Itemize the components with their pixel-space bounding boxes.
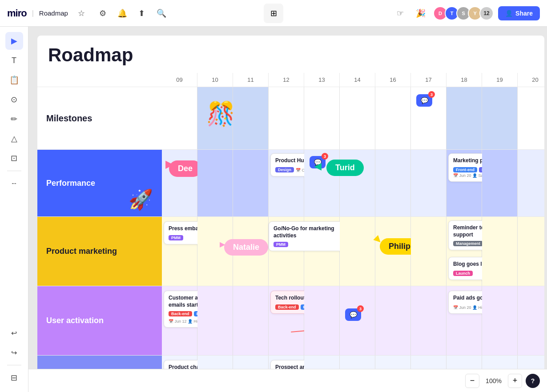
row-performance: Performance 🚀 Dee ▶ Product Hunt goes li… bbox=[37, 150, 544, 217]
cell-mk-14 bbox=[340, 217, 375, 286]
avatar-group: D T S Y 12 bbox=[433, 6, 494, 20]
marketing-content: Press embargo lifts 🖐 PMM Natalie ▶ bbox=[162, 217, 544, 286]
shape-tool[interactable]: △ bbox=[5, 130, 23, 148]
cell-mk-17 bbox=[411, 217, 446, 286]
zoom-in-button[interactable]: + bbox=[508, 374, 522, 388]
row-label-integrations: Product Integrations bbox=[37, 356, 162, 369]
topbar-right: ☞ 🎉 D T S Y 12 👤 Share bbox=[283, 5, 540, 21]
cell-pi-18 bbox=[446, 356, 482, 369]
tag-design: Design bbox=[275, 167, 294, 172]
board-title: Roadmap bbox=[37, 36, 544, 73]
grid-button[interactable]: ⊞ bbox=[264, 4, 283, 23]
cell-m-09 bbox=[162, 87, 197, 149]
cell-pi-14 bbox=[340, 356, 375, 369]
col-10: 10 bbox=[197, 73, 233, 87]
cell-pi-20 bbox=[518, 356, 544, 369]
row-label-milestones: Milestones bbox=[37, 87, 162, 149]
sticky-note-tool[interactable]: 📋 bbox=[5, 71, 23, 89]
cell-mk-18: Reminder to sales and support Management… bbox=[446, 217, 482, 286]
row-activation: User activation Customer announcement em… bbox=[37, 286, 544, 356]
cell-mk-09: Press embargo lifts 🖐 PMM bbox=[162, 217, 197, 286]
settings-icon[interactable]: ⚙ bbox=[95, 5, 111, 21]
search-icon[interactable]: 🔍 bbox=[153, 5, 169, 21]
cell-p-09: Dee ▶ bbox=[162, 150, 197, 216]
lasso-tool[interactable]: ⊙ bbox=[5, 91, 23, 108]
share-icon: 👤 bbox=[505, 10, 513, 17]
redo-button[interactable]: ↪ bbox=[5, 344, 23, 361]
cell-pi-12: Prospect announcement 🤩 Acquisition Comm… bbox=[269, 356, 304, 369]
milestones-content: 🎊 💬 3 bbox=[162, 87, 544, 149]
more-tools[interactable]: ··· bbox=[5, 175, 23, 192]
cell-ua-19 bbox=[482, 286, 518, 355]
undo-button[interactable]: ↩ bbox=[5, 324, 23, 342]
board-name: Roadmap bbox=[39, 9, 68, 17]
row-milestones: Milestones 🎊 💬 3 bbox=[37, 87, 544, 150]
rocket-sticker: 🚀 bbox=[129, 188, 153, 211]
natalie-arrow: ▶ bbox=[220, 240, 225, 248]
text-tool[interactable]: T bbox=[5, 52, 23, 69]
col-12: 12 bbox=[269, 73, 304, 87]
cell-p-12: Product Hunt goes live Design 📅 Oct 7 👤 … bbox=[269, 150, 304, 216]
tag-backend: Back-end bbox=[169, 311, 192, 316]
cell-m-20 bbox=[518, 87, 544, 149]
dee-arrow: ▶ bbox=[165, 158, 173, 170]
cell-m-19 bbox=[482, 87, 518, 149]
help-button[interactable]: ? bbox=[526, 374, 540, 388]
card-go-no-go-tags: PMM bbox=[274, 242, 342, 247]
topbar: miro | Roadmap ☆ ⚙ 🔔 ⬆ 🔍 ⊞ ☞ 🎉 D T S Y 1… bbox=[0, 0, 547, 27]
dee-sticker: Dee bbox=[169, 160, 201, 177]
col-20: 20 bbox=[518, 73, 544, 87]
cell-pi-13 bbox=[304, 356, 340, 369]
comment-badge-milestone[interactable]: 💬 3 bbox=[416, 94, 432, 107]
row-marketing: Product marketing Press embargo lifts 🖐 … bbox=[37, 217, 544, 286]
cell-m-17: 💬 3 bbox=[411, 87, 446, 149]
cell-ua-17 bbox=[411, 286, 446, 355]
cursor-tool[interactable]: ▶ bbox=[5, 32, 23, 50]
tag-pmm-2: PMM bbox=[274, 242, 288, 247]
col-18: 18 bbox=[446, 73, 482, 87]
col-17: 17 bbox=[411, 73, 446, 87]
topbar-center: ⊞ bbox=[264, 4, 283, 23]
natalie-sticker: Natalie bbox=[224, 239, 268, 256]
frame-tool[interactable]: ⊡ bbox=[5, 149, 23, 167]
cell-mk-20 bbox=[518, 217, 544, 286]
comment-badge-activation[interactable]: 💬 3 bbox=[345, 308, 361, 321]
row-integrations: Product Integrations Product changes pos… bbox=[37, 356, 544, 369]
toolbar-divider-2 bbox=[7, 365, 21, 365]
cell-pi-19 bbox=[482, 356, 518, 369]
upload-icon[interactable]: ⬆ bbox=[134, 5, 150, 21]
integrations-content: Product changes post goes live Front-end… bbox=[162, 356, 544, 369]
pen-tool[interactable]: ✏ bbox=[5, 110, 23, 128]
cell-pi-16 bbox=[375, 356, 411, 369]
cell-mk-11: Natalie ▶ bbox=[233, 217, 269, 286]
cell-p-11 bbox=[233, 150, 269, 216]
tag-pmm: PMM bbox=[169, 235, 183, 240]
cell-ua-11 bbox=[233, 286, 269, 355]
row-label-performance: Performance 🚀 bbox=[37, 150, 162, 216]
star-button[interactable]: ☆ bbox=[73, 5, 89, 21]
activation-content: Customer announcement emails start to go… bbox=[162, 286, 544, 355]
cell-ua-18: Paid ads go live 📅 Jun 20 👤 Hisham bbox=[446, 286, 482, 355]
col-19: 19 bbox=[482, 73, 518, 87]
cell-ua-13 bbox=[304, 286, 340, 355]
col-09: 09 bbox=[162, 73, 197, 87]
cell-pi-09: Product changes post goes live Front-end… bbox=[162, 356, 197, 369]
row-label-marketing: Product marketing bbox=[37, 217, 162, 286]
col-16: 16 bbox=[375, 73, 411, 87]
zoom-out-button[interactable]: − bbox=[465, 374, 479, 388]
confetti-icon[interactable]: 🎉 bbox=[413, 5, 429, 21]
tag-launch: Launch bbox=[453, 271, 473, 276]
panel-toggle[interactable]: ⊟ bbox=[5, 369, 23, 387]
cell-pi-11 bbox=[233, 356, 269, 369]
canvas-area: Roadmap 09 10 11 12 13 14 16 17 18 19 20… bbox=[28, 27, 547, 369]
card-go-no-go[interactable]: Go/No-Go for marketing activities PMM bbox=[269, 221, 346, 251]
cell-ua-20 bbox=[518, 286, 544, 355]
cell-pi-10 bbox=[197, 356, 233, 369]
cell-p-10 bbox=[197, 150, 233, 216]
notification-icon[interactable]: 🔔 bbox=[114, 5, 130, 21]
cell-p-17 bbox=[411, 150, 446, 216]
celebration-sticker: 🎊 bbox=[206, 100, 235, 128]
share-button[interactable]: 👤 Share bbox=[498, 6, 540, 20]
pointer-icon[interactable]: ☞ bbox=[392, 5, 408, 21]
cell-m-10: 🎊 bbox=[197, 87, 233, 149]
